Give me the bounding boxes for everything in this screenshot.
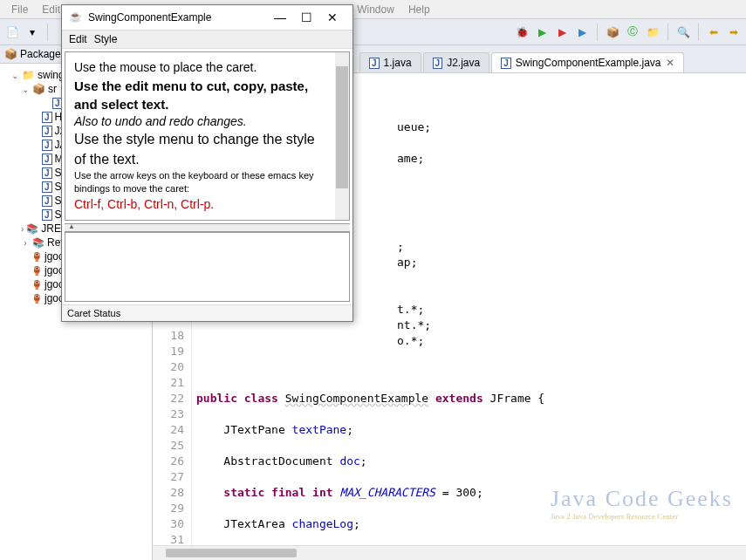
new-class-icon[interactable]: Ⓒ [625, 24, 640, 40]
back-icon[interactable]: ⬅ [706, 24, 722, 40]
jar-icon [31, 264, 42, 277]
tree-label: sr [48, 83, 57, 95]
separator [47, 24, 48, 41]
java-icon [433, 57, 443, 69]
java-icon [42, 181, 52, 193]
menu-help[interactable]: Help [401, 3, 437, 16]
expand-icon[interactable]: › [21, 224, 24, 233]
close-icon[interactable]: ✕ [666, 57, 674, 69]
code-fragment: ame; [397, 151, 424, 167]
separator [667, 24, 668, 41]
maximize-button[interactable]: ☐ [293, 9, 319, 26]
split-divider[interactable] [65, 223, 350, 232]
jar-icon [31, 278, 42, 290]
swing-textpane[interactable]: Use the mouse to place the caret. Use th… [65, 51, 350, 221]
swing-changelog[interactable] [65, 232, 350, 302]
scroll-thumb[interactable] [336, 66, 348, 188]
expand-icon[interactable]: ⌄ [21, 85, 30, 93]
separator [597, 24, 598, 41]
library-icon [26, 222, 38, 235]
src-icon: 📦 [32, 83, 45, 95]
new-folder-icon[interactable]: 📁 [645, 24, 660, 40]
swing-menu-edit[interactable]: Edit [69, 33, 87, 45]
text-line: Use the mouse to place the caret. [74, 59, 325, 77]
run-ext-icon[interactable]: ▶ [554, 24, 570, 40]
java-icon [501, 57, 511, 69]
editor-tab[interactable]: 1.java [359, 52, 421, 72]
new-icon[interactable]: 📄 [4, 24, 20, 40]
debug-icon[interactable]: 🐞 [514, 24, 530, 40]
menu-file[interactable]: File [4, 3, 35, 16]
swing-menu-style[interactable]: Style [94, 33, 118, 45]
library-icon [32, 236, 44, 249]
package-icon: 📦 [4, 48, 17, 60]
search-icon[interactable]: 🔍 [675, 24, 691, 40]
coverage-icon[interactable]: ▶ [574, 24, 590, 40]
minimize-button[interactable]: — [267, 9, 293, 26]
run-icon[interactable]: ▶ [534, 24, 550, 40]
expand-icon[interactable]: › [21, 238, 30, 247]
code-fragment: o.*; [397, 333, 424, 349]
java-icon [42, 139, 52, 151]
swing-title: SwingComponentExample [88, 11, 267, 24]
close-button[interactable]: ✕ [319, 9, 346, 26]
jar-icon [31, 250, 42, 263]
code-fragment: nt.*; [397, 318, 431, 333]
editor-tab[interactable]: J2.java [423, 52, 490, 72]
java-icon [369, 57, 380, 69]
jar-icon [31, 292, 42, 304]
menu-window[interactable]: Window [350, 3, 401, 16]
code-fragment: t.*; [397, 302, 424, 318]
java-icon [42, 153, 52, 165]
separator [698, 24, 699, 41]
watermark-subtitle: Java 2 Java Developers Resource Center [551, 512, 733, 521]
java-icon [42, 125, 52, 137]
code-fragment: ueue; [397, 120, 431, 135]
java-app-icon: ☕ [69, 10, 83, 24]
editor-tab-active[interactable]: SwingComponentExample.java ✕ [491, 52, 683, 72]
watermark-title: Java Code Geeks [551, 486, 733, 512]
text-line-italic: Also to undo and redo changes. [74, 113, 325, 131]
code-line: public class SwingComponentExample exten… [196, 391, 742, 406]
vertical-scrollbar[interactable] [335, 52, 349, 220]
tab-label: J2.java [447, 57, 480, 69]
java-icon [42, 167, 52, 179]
swing-app-window: ☕ SwingComponentExample — ☐ ✕ Edit Style… [61, 4, 353, 322]
forward-icon[interactable]: ➡ [726, 24, 742, 40]
swing-titlebar[interactable]: ☕ SwingComponentExample — ☐ ✕ [62, 5, 352, 31]
folder-icon: 📁 [22, 69, 35, 81]
tab-label: 1.java [384, 57, 412, 69]
swing-statusbar: Caret Status [62, 304, 352, 321]
text-line-bold: Use the edit menu to cut, copy, paste, a… [74, 77, 325, 113]
dropdown-icon[interactable]: ▾ [24, 24, 40, 40]
tab-label: SwingComponentExample.java [516, 57, 661, 69]
code-fragment: ap; [397, 255, 417, 270]
text-line-large: Use the style menu to change the style o… [74, 130, 325, 169]
horizontal-scrollbar[interactable] [153, 545, 746, 560]
watermark: Java Code Geeks Java 2 Java Developers R… [551, 486, 733, 521]
code-fragment: ; [397, 239, 404, 255]
code-line: AbstractDocument doc; [196, 454, 742, 469]
text-line-small: Use the arrow keys on the keyboard or th… [74, 169, 325, 196]
code-line: JTextPane textPane; [196, 422, 742, 438]
text-line-red: Ctrl-f, Ctrl-b, Ctrl-n, Ctrl-p. [74, 196, 325, 214]
java-icon [42, 208, 52, 221]
java-icon [42, 111, 52, 123]
expand-icon[interactable]: ⌄ [10, 71, 19, 79]
code-line [196, 359, 742, 375]
new-pkg-icon[interactable]: 📦 [605, 24, 620, 40]
swing-menubar: Edit Style [62, 31, 352, 49]
java-icon [42, 195, 52, 207]
